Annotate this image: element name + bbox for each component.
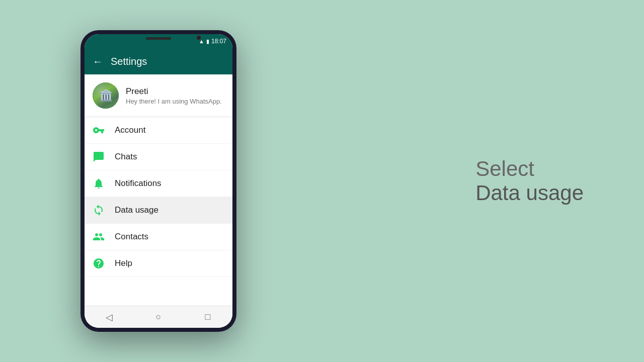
instruction-line1: Select [475, 157, 584, 181]
instruction-panel: Select Data usage [475, 157, 584, 205]
menu-item-account[interactable]: Account [85, 117, 232, 144]
app-bar: ← Settings [85, 48, 232, 74]
account-label: Account [115, 125, 145, 135]
profile-info: Preeti Hey there! I am using WhatsApp. [126, 86, 224, 105]
menu-item-notifications[interactable]: Notifications [85, 170, 232, 197]
notifications-label: Notifications [115, 178, 162, 189]
help-label: Help [115, 258, 132, 268]
app-title: Settings [111, 56, 147, 67]
phone-bottom-nav: ◁ ○ □ [85, 306, 232, 328]
back-button[interactable]: ← [93, 56, 103, 67]
phone-camera [196, 35, 201, 40]
avatar-image [93, 82, 119, 109]
contacts-label: Contacts [115, 232, 148, 242]
menu-item-data-usage[interactable]: Data usage [85, 197, 232, 224]
settings-content: Preeti Hey there! I am using WhatsApp. A… [85, 74, 232, 306]
phone: ▲ ▮ 18:07 ← Settings Preeti [80, 30, 236, 332]
instruction-line2: Data usage [475, 181, 584, 205]
home-nav-button[interactable]: ○ [149, 308, 168, 326]
status-icons: ▲ ▮ 18:07 [199, 38, 226, 45]
status-bar: ▲ ▮ 18:07 [85, 34, 232, 48]
profile-section[interactable]: Preeti Hey there! I am using WhatsApp. [85, 74, 232, 117]
recents-nav-button[interactable]: □ [199, 308, 217, 326]
people-icon [93, 231, 105, 243]
menu-item-chats[interactable]: Chats [85, 144, 232, 170]
profile-status: Hey there! I am using WhatsApp. [126, 98, 224, 105]
data-usage-label: Data usage [115, 205, 158, 215]
avatar [93, 82, 119, 109]
data-icon [93, 204, 105, 216]
help-icon [93, 257, 105, 269]
bell-icon [93, 177, 105, 190]
key-icon [93, 124, 105, 136]
menu-item-contacts[interactable]: Contacts [85, 224, 232, 250]
phone-wrapper: ▲ ▮ 18:07 ← Settings Preeti [80, 30, 236, 332]
chat-icon [93, 151, 105, 163]
back-nav-button[interactable]: ◁ [100, 308, 118, 326]
phone-screen: ▲ ▮ 18:07 ← Settings Preeti [85, 34, 232, 328]
menu-item-help[interactable]: Help [85, 250, 232, 277]
phone-speaker [146, 37, 171, 40]
battery-icon: ▮ [206, 38, 209, 45]
time-display: 18:07 [211, 38, 226, 45]
chats-label: Chats [115, 152, 137, 162]
profile-name: Preeti [126, 86, 224, 97]
